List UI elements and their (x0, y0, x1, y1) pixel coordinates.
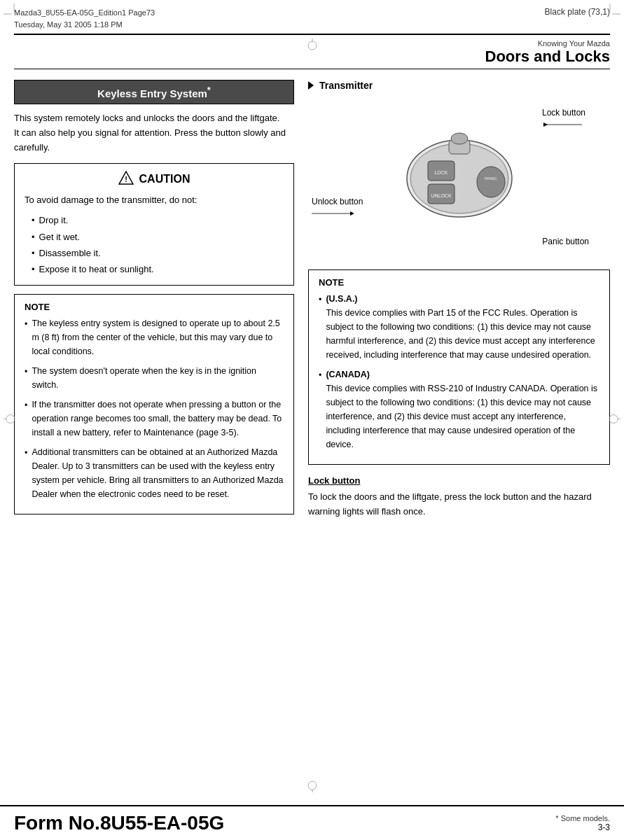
lock-button-section: Lock button To lock the doors and the li… (308, 475, 610, 519)
svg-point-23 (451, 133, 468, 144)
left-note-box: NOTE The keyless entry system is designe… (14, 294, 294, 514)
left-note-item-2: The system doesn't operate when the key … (25, 364, 284, 392)
caution-title: ! CAUTION (25, 171, 284, 188)
caution-item-4: Expose it to heat or sunlight. (32, 261, 284, 277)
left-column: Keyless Entry System* This system remote… (14, 80, 294, 523)
transmitter-heading-text: Transmitter (319, 80, 373, 91)
svg-point-28 (477, 167, 505, 197)
page-footer: Form No.8U55-EA-05G * Some models. 3-3 (0, 805, 624, 840)
top-left-corner-mark (4, 4, 25, 24)
header-line2: Tuesday, May 31 2005 1:18 PM (14, 19, 155, 31)
unlock-button-label: Unlock button (312, 197, 363, 220)
lock-button-text: To lock the doors and the liftgate, pres… (308, 490, 610, 519)
keyless-entry-heading: Keyless Entry System* (14, 80, 294, 104)
caution-intro: To avoid damage to the transmitter, do n… (25, 193, 284, 208)
section-divider (14, 69, 610, 69)
left-center-mark (4, 412, 18, 428)
caution-item-1: Drop it. (32, 212, 284, 228)
svg-point-8 (308, 41, 317, 50)
content-area: Keyless Entry System* This system remote… (0, 80, 624, 523)
intro-line1: This system remotely locks and unlocks t… (14, 111, 294, 126)
right-note-canada: (CANADA) This device complies with RSS-2… (319, 368, 599, 451)
right-note-title: NOTE (319, 277, 599, 288)
keyfob-image: LOCK UNLOCK PANIC (396, 119, 522, 233)
left-note-title: NOTE (25, 302, 284, 312)
footer-page-number: 3-3 (555, 822, 610, 832)
transmitter-arrow-icon (308, 81, 314, 90)
svg-marker-19 (543, 122, 548, 127)
caution-title-text: CAUTION (139, 173, 190, 186)
svg-text:!: ! (125, 175, 127, 183)
svg-marker-32 (350, 211, 354, 216)
svg-point-10 (308, 781, 317, 790)
page-header: Mazda3_8U55-EA-05G_Edition1 Page73 Tuesd… (0, 0, 624, 34)
lock-button-heading: Lock button (308, 475, 610, 486)
svg-text:PANIC: PANIC (485, 176, 498, 181)
left-note-item-1: The keyless entry system is designed to … (25, 316, 284, 358)
transmitter-image-area: Lock button (308, 98, 610, 259)
right-note-box: NOTE (U.S.A.) This device complies with … (308, 270, 610, 465)
transmitter-heading: Transmitter (308, 80, 610, 91)
keyless-heading-text: Keyless Entry System (97, 88, 207, 99)
left-note-list: The keyless entry system is designed to … (25, 316, 284, 501)
svg-text:LOCK: LOCK (434, 170, 448, 175)
lock-button-label: Lock button (542, 108, 585, 132)
footer-form-number: Form No.8U55-EA-05G (14, 812, 224, 834)
svg-text:UNLOCK: UNLOCK (431, 193, 452, 198)
svg-point-12 (6, 415, 15, 424)
right-column: Transmitter Lock button (308, 80, 610, 523)
top-right-corner-mark (599, 4, 620, 24)
left-note-item-4: Additional transmitters can be obtained … (25, 445, 284, 501)
caution-item-2: Get it wet. (32, 229, 284, 245)
left-note-item-3: If the transmitter does not operate when… (25, 398, 284, 440)
intro-text: This system remotely locks and unlocks t… (14, 111, 294, 155)
svg-point-14 (609, 415, 618, 424)
right-note-list: (U.S.A.) This device complies with Part … (319, 292, 599, 451)
footer-asterisk-note: * Some models. (555, 814, 610, 822)
caution-item-3: Disassemble it. (32, 245, 284, 261)
header-line1: Mazda3_8U55-EA-05G_Edition1 Page73 (14, 7, 155, 19)
keyless-heading-asterisk: * (207, 85, 211, 95)
caution-list: Drop it. Get it wet. Disassemble it. Exp… (32, 212, 284, 278)
top-center-mark (305, 38, 319, 55)
caution-box: ! CAUTION To avoid damage to the transmi… (14, 163, 294, 285)
right-center-mark (606, 412, 620, 428)
intro-line2: It can also help you signal for attentio… (14, 126, 294, 155)
footer-right: * Some models. 3-3 (555, 814, 610, 832)
panic-button-label: Panic button (542, 237, 589, 246)
header-left: Mazda3_8U55-EA-05G_Edition1 Page73 Tuesd… (14, 7, 155, 30)
right-note-usa: (U.S.A.) This device complies with Part … (319, 292, 599, 362)
bottom-center-mark (305, 778, 319, 794)
caution-triangle-icon: ! (118, 171, 134, 188)
